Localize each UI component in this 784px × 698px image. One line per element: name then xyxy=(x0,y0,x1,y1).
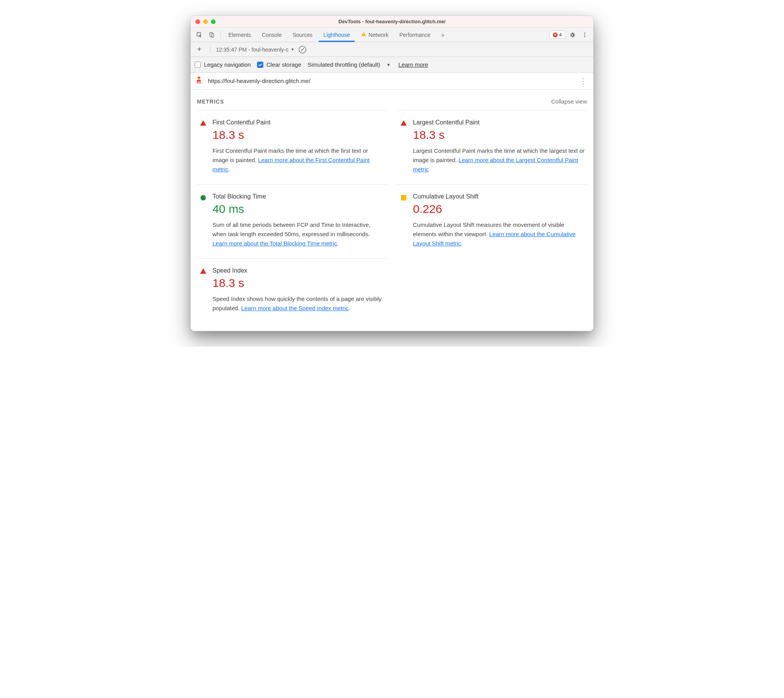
clear-icon[interactable] xyxy=(299,46,306,54)
svg-point-6 xyxy=(584,34,585,35)
pass-icon xyxy=(199,193,207,248)
svg-rect-8 xyxy=(198,78,200,80)
legacy-navigation-checkbox[interactable]: Legacy navigation xyxy=(195,61,251,68)
error-icon: ✕ xyxy=(553,33,558,37)
metrics-header: METRICS Collapse view xyxy=(191,90,593,110)
close-window-button[interactable] xyxy=(195,19,200,24)
checkbox-checked-icon xyxy=(257,62,263,68)
tab-elements[interactable]: Elements xyxy=(224,28,256,42)
svg-point-7 xyxy=(584,36,585,37)
report-url-bar: https://foul-heavenly-direction.glitch.m… xyxy=(191,73,593,90)
throttling-label: Simulated throttling (default) xyxy=(307,61,380,68)
tab-network[interactable]: Network xyxy=(356,28,393,42)
new-report-button[interactable]: + xyxy=(194,44,205,55)
inspect-element-icon[interactable] xyxy=(194,29,205,40)
metric-description: Sum of all time periods between FCP and … xyxy=(212,220,384,248)
metric-value: 0.226 xyxy=(413,202,585,216)
tab-lighthouse[interactable]: Lighthouse xyxy=(319,28,355,42)
svg-rect-3 xyxy=(363,33,364,35)
metric-value: 40 ms xyxy=(212,202,384,216)
metric-fcp: First Contentful Paint 18.3 s First Cont… xyxy=(197,110,387,184)
report-kebab-menu[interactable]: ⋮ xyxy=(577,77,589,85)
devtools-window: DevTools - foul-heavenly-direction.glitc… xyxy=(190,16,594,331)
tab-label: Console xyxy=(262,32,281,38)
metric-name: Total Blocking Time xyxy=(212,193,384,200)
tab-label: Lighthouse xyxy=(323,32,350,38)
settings-icon[interactable] xyxy=(567,29,578,40)
clear-storage-checkbox[interactable]: Clear storage xyxy=(257,61,301,68)
fail-icon xyxy=(199,119,207,174)
tab-label: Elements xyxy=(228,32,251,38)
lighthouse-toolbar: + 12:35:47 PM - foul-heavenly-c ▼ xyxy=(191,42,593,57)
clear-storage-label: Clear storage xyxy=(266,61,301,68)
metric-description: First Contentful Paint marks the time at… xyxy=(212,146,384,174)
metric-value: 18.3 s xyxy=(413,128,585,142)
metric-value: 18.3 s xyxy=(212,128,384,142)
metric-name: First Contentful Paint xyxy=(212,119,384,126)
error-count: 4 xyxy=(559,32,562,38)
fail-icon xyxy=(199,267,207,313)
metric-name: Largest Contentful Paint xyxy=(413,119,585,126)
legacy-nav-label: Legacy navigation xyxy=(204,61,251,68)
devtools-tabs-bar: Elements Console Sources Lighthouse Netw… xyxy=(191,28,593,42)
tabs-overflow[interactable]: » xyxy=(437,28,449,42)
tab-label: Performance xyxy=(399,32,430,38)
error-count-badge[interactable]: ✕ 4 xyxy=(549,31,565,39)
average-icon xyxy=(400,193,408,248)
report-selector[interactable]: 12:35:47 PM - foul-heavenly-c ▼ xyxy=(216,47,295,53)
metric-learn-more-link[interactable]: Learn more about the Speed Index metric xyxy=(241,305,349,311)
tab-sources[interactable]: Sources xyxy=(288,28,317,42)
metric-description: Cumulative Layout Shift measures the mov… xyxy=(413,220,585,248)
metric-name: Speed Index xyxy=(212,267,384,274)
minimize-window-button[interactable] xyxy=(203,19,208,24)
divider xyxy=(220,31,221,39)
svg-point-5 xyxy=(584,33,585,34)
report-label: 12:35:47 PM - foul-heavenly-c xyxy=(216,47,288,53)
metrics-grid: First Contentful Paint 18.3 s First Cont… xyxy=(191,110,593,331)
fail-icon xyxy=(400,119,408,174)
tab-label: Sources xyxy=(293,32,313,38)
metric-value: 18.3 s xyxy=(212,276,384,290)
tab-label: Network xyxy=(369,32,389,38)
device-toggle-icon[interactable] xyxy=(206,29,217,40)
svg-rect-2 xyxy=(212,34,214,37)
metric-description: Speed Index shows how quickly the conten… xyxy=(212,294,384,313)
metric-lcp: Largest Contentful Paint 18.3 s Largest … xyxy=(397,110,587,184)
maximize-window-button[interactable] xyxy=(211,19,216,24)
lighthouse-icon xyxy=(195,76,203,86)
report-url: https://foul-heavenly-direction.glitch.m… xyxy=(208,78,310,84)
more-icon: » xyxy=(441,32,444,38)
checkbox-unchecked-icon xyxy=(195,62,201,68)
metric-name: Cumulative Layout Shift xyxy=(413,193,585,200)
collapse-view-link[interactable]: Collapse view xyxy=(551,98,587,105)
titlebar: DevTools - foul-heavenly-direction.glitc… xyxy=(191,16,593,28)
metric-learn-more-link[interactable]: Learn more about the Total Blocking Time… xyxy=(212,240,337,247)
metric-cls: Cumulative Layout Shift 0.226 Cumulative… xyxy=(397,184,587,258)
kebab-menu-icon[interactable] xyxy=(579,29,590,40)
metric-tbt: Total Blocking Time 40 ms Sum of all tim… xyxy=(197,184,387,258)
svg-rect-4 xyxy=(363,35,364,35)
learn-more-link[interactable]: Learn more xyxy=(398,61,428,68)
chevron-down-icon[interactable]: ▼ xyxy=(387,62,391,67)
chevron-down-icon: ▼ xyxy=(291,47,295,52)
tab-console[interactable]: Console xyxy=(257,28,286,42)
metric-speed-index: Speed Index 18.3 s Speed Index shows how… xyxy=(197,258,387,323)
lighthouse-settings-bar: Legacy navigation Clear storage Simulate… xyxy=(191,57,593,73)
tab-performance[interactable]: Performance xyxy=(395,28,435,42)
divider xyxy=(210,46,211,54)
window-title: DevTools - foul-heavenly-direction.glitc… xyxy=(191,19,593,24)
metric-description: Largest Contentful Paint marks the time … xyxy=(413,146,585,174)
traffic-lights xyxy=(195,19,216,24)
warning-icon xyxy=(361,31,366,38)
metrics-title: METRICS xyxy=(197,98,224,105)
